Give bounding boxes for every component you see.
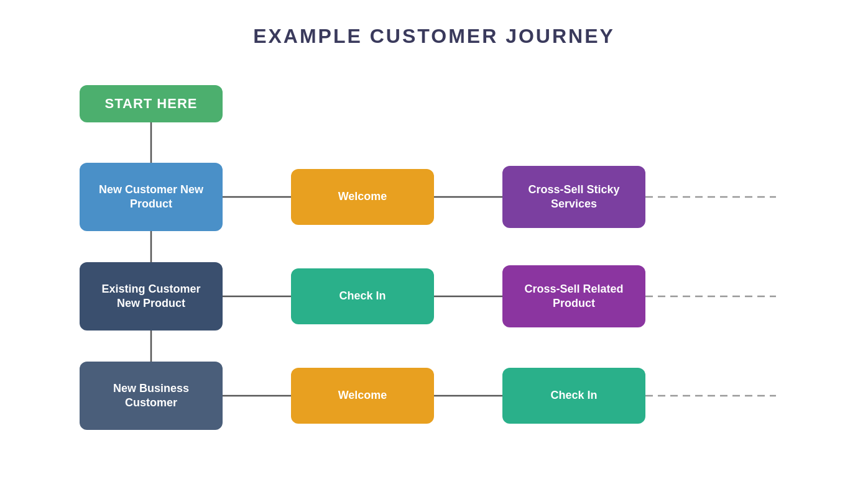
flow-area: START HERE New Customer New Product Exis… <box>61 66 807 497</box>
cross-sell-related-node: Cross-Sell Related Product <box>502 265 645 327</box>
page-title: EXAMPLE CUSTOMER JOURNEY <box>253 25 615 48</box>
new-business-node: New Business Customer <box>80 362 223 430</box>
existing-customer-node: Existing Customer New Product <box>80 262 223 331</box>
new-customer-node: New Customer New Product <box>80 163 223 231</box>
welcome-2-node: Welcome <box>291 368 434 424</box>
check-in-2-node: Check In <box>502 368 645 424</box>
diagram-container: EXAMPLE CUSTOMER JOURNEY <box>0 0 868 497</box>
welcome-1-node: Welcome <box>291 169 434 225</box>
check-in-1-node: Check In <box>291 268 434 324</box>
start-node: START HERE <box>80 85 223 122</box>
cross-sell-sticky-node: Cross-Sell Sticky Services <box>502 166 645 228</box>
